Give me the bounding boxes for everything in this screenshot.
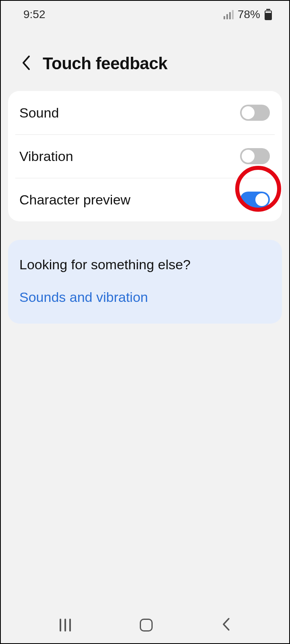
related-title: Looking for something else? xyxy=(19,257,271,272)
battery-icon xyxy=(263,9,273,20)
toggle-sound[interactable] xyxy=(240,105,270,121)
header: Touch feedback xyxy=(1,21,289,91)
settings-card: Sound Vibration Character preview xyxy=(8,91,282,221)
related-card: Looking for something else? Sounds and v… xyxy=(8,240,282,324)
link-sounds-and-vibration[interactable]: Sounds and vibration xyxy=(19,289,271,305)
chevron-left-icon xyxy=(222,617,230,631)
navigation-bar xyxy=(1,617,289,633)
status-time: 9:52 xyxy=(23,8,46,21)
row-vibration[interactable]: Vibration xyxy=(8,134,282,178)
row-vibration-label: Vibration xyxy=(19,149,73,164)
status-right: 78% xyxy=(224,8,273,21)
signal-icon xyxy=(224,10,234,19)
nav-recents-button[interactable] xyxy=(60,619,71,632)
row-sound-label: Sound xyxy=(19,105,59,121)
toggle-vibration[interactable] xyxy=(240,148,270,164)
row-character-preview[interactable]: Character preview xyxy=(8,178,282,221)
nav-home-button[interactable] xyxy=(140,619,153,632)
battery-percent: 78% xyxy=(238,8,260,21)
back-button[interactable] xyxy=(20,55,31,72)
row-character-preview-label: Character preview xyxy=(19,192,130,208)
page-title: Touch feedback xyxy=(43,54,168,73)
chevron-left-icon xyxy=(20,55,31,71)
nav-back-button[interactable] xyxy=(222,617,230,633)
status-bar: 9:52 78% xyxy=(1,1,289,21)
row-sound[interactable]: Sound xyxy=(8,91,282,134)
toggle-character-preview[interactable] xyxy=(240,192,270,208)
